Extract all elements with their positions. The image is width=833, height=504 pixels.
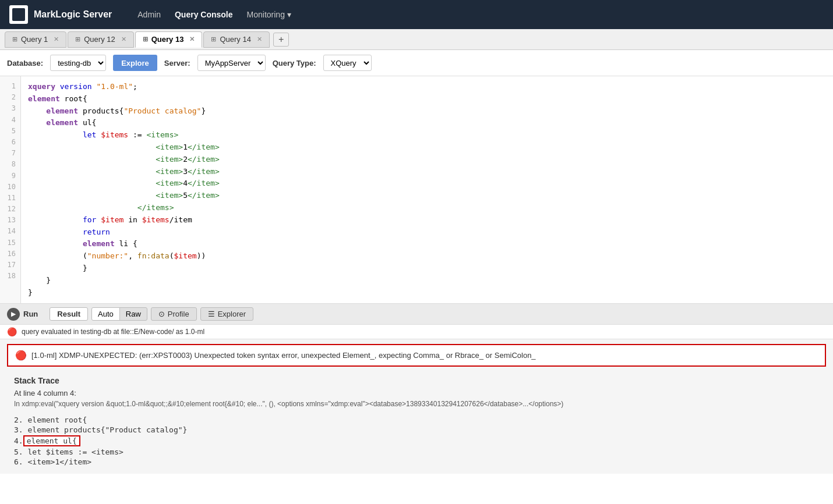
- stack-detail: In xdmp:eval("xquery version &quot;1.0-m…: [14, 400, 819, 408]
- stack-code-line-2: 2. element root{: [14, 415, 819, 425]
- tab-query1[interactable]: ⊞ Query 1 ✕: [5, 31, 66, 48]
- tab-label-query1: Query 1: [21, 35, 48, 44]
- status-icon: 🔴: [7, 327, 17, 336]
- server-select[interactable]: MyAppServer: [197, 55, 266, 71]
- status-text: query evaluated in testing-db at file::E…: [22, 328, 204, 336]
- tab-close-query1[interactable]: ✕: [54, 36, 59, 43]
- stack-code-line-3: 3. element products{"Product catalog"}: [14, 425, 819, 435]
- database-label: Database:: [7, 59, 43, 68]
- profile-icon: ⊙: [158, 310, 165, 318]
- query-tab-icon-13: ⊞: [143, 36, 148, 43]
- query-type-select[interactable]: XQuery: [323, 55, 372, 71]
- nav-query-console[interactable]: Query Console: [175, 10, 233, 19]
- stack-at-line: At line 4 column 4:: [14, 389, 819, 397]
- query-tab-icon: ⊞: [12, 36, 17, 43]
- code-content[interactable]: xquery version "1.0-ml"; element root{ e…: [21, 76, 833, 303]
- stack-highlight: element ul{: [23, 435, 80, 446]
- run-button[interactable]: ▶ Run: [7, 308, 38, 321]
- nav-monitoring[interactable]: Monitoring ▾: [247, 10, 291, 19]
- tab-label-query14: Query 14: [220, 35, 250, 44]
- auto-raw-tabs: Auto Raw: [91, 307, 147, 321]
- tab-query12[interactable]: ⊞ Query 12 ✕: [68, 31, 133, 48]
- add-tab-button[interactable]: +: [273, 33, 289, 47]
- tab-close-query13[interactable]: ✕: [189, 36, 195, 43]
- tab-close-query14[interactable]: ✕: [257, 36, 262, 43]
- tab-query14[interactable]: ⊞ Query 14 ✕: [203, 31, 269, 48]
- stack-trace: Stack Trace At line 4 column 4: In xdmp:…: [0, 371, 833, 474]
- tab-result[interactable]: Result: [50, 307, 88, 321]
- query-type-label: Query Type:: [273, 59, 316, 68]
- tab-close-query12[interactable]: ✕: [121, 36, 126, 43]
- tab-label-query12: Query 12: [84, 35, 115, 44]
- nav-links: Admin Query Console Monitoring ▾: [137, 10, 291, 19]
- explorer-label: Explorer: [218, 310, 246, 318]
- bottom-panel: ▶ Run Result Auto Raw ⊙ Profile ☰ Explor…: [0, 304, 833, 474]
- database-select[interactable]: testing-db: [50, 55, 106, 71]
- error-box: 🔴 [1.0-ml] XDMP-UNEXPECTED: (err:XPST000…: [7, 344, 826, 367]
- error-icon: 🔴: [15, 350, 27, 361]
- stack-code-line-4: 4. element ul{: [14, 435, 819, 447]
- code-editor[interactable]: 123456 789101112 131415161718 xquery ver…: [0, 76, 833, 304]
- logo-inner: [12, 8, 25, 21]
- line-numbers: 123456 789101112 131415161718: [0, 76, 21, 303]
- explorer-icon: ☰: [208, 310, 215, 318]
- tab-label-query13: Query 13: [151, 35, 184, 44]
- tab-query13[interactable]: ⊞ Query 13 ✕: [135, 31, 203, 48]
- app-name: MarkLogic Server: [34, 9, 112, 20]
- toolbar: Database: testing-db Explore Server: MyA…: [0, 50, 833, 76]
- tab-explorer[interactable]: ☰ Explorer: [200, 307, 253, 321]
- run-label: Run: [23, 310, 38, 318]
- run-icon: ▶: [7, 308, 20, 321]
- result-tabs: Result Auto Raw ⊙ Profile ☰ Explorer: [50, 307, 253, 321]
- tab-auto[interactable]: Auto: [91, 307, 120, 321]
- app-logo: MarkLogic Server: [9, 5, 112, 24]
- query-tab-icon-14: ⊞: [211, 36, 216, 43]
- status-bar: 🔴 query evaluated in testing-db at file:…: [0, 325, 833, 339]
- tab-raw[interactable]: Raw: [119, 307, 147, 321]
- top-nav: MarkLogic Server Admin Query Console Mon…: [0, 0, 833, 29]
- server-label: Server:: [164, 59, 190, 68]
- query-tab-icon-12: ⊞: [75, 36, 80, 43]
- query-tabs: ⊞ Query 1 ✕ ⊞ Query 12 ✕ ⊞ Query 13 ✕ ⊞ …: [0, 29, 833, 50]
- error-message: [1.0-ml] XDMP-UNEXPECTED: (err:XPST0003)…: [31, 351, 536, 360]
- profile-label: Profile: [168, 310, 189, 318]
- logo-box: [9, 5, 28, 24]
- stack-code-line-5: 5. let $items := <items>: [14, 447, 819, 457]
- tab-profile[interactable]: ⊙ Profile: [151, 307, 197, 321]
- explore-button[interactable]: Explore: [113, 55, 157, 71]
- stack-trace-title: Stack Trace: [14, 376, 819, 385]
- chevron-down-icon: ▾: [287, 10, 291, 19]
- stack-code: 2. element root{ 3. element products{"Pr…: [14, 413, 819, 469]
- nav-admin[interactable]: Admin: [137, 10, 161, 19]
- stack-code-line-6: 6. <item>1</item>: [14, 457, 819, 467]
- bottom-toolbar: ▶ Run Result Auto Raw ⊙ Profile ☰ Explor…: [0, 304, 833, 325]
